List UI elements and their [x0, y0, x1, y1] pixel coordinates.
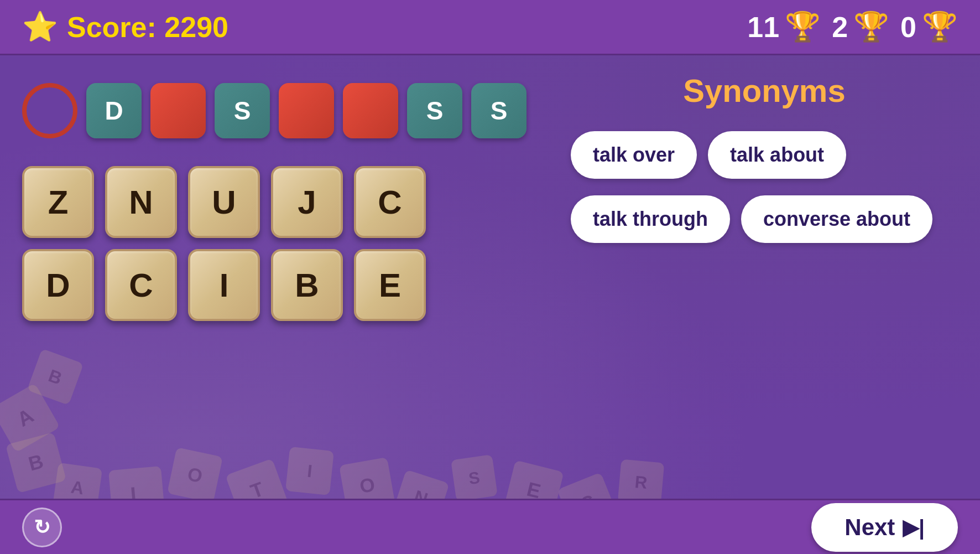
silver-trophy-count: 2 — [832, 11, 848, 44]
letter-tiles-area: Z N U J C D C I B E — [22, 166, 527, 321]
synonyms-title: Synonyms — [571, 72, 958, 109]
tile-d[interactable]: D — [22, 249, 94, 321]
slot-red-1 — [150, 83, 206, 138]
score-section: ⭐ Score: 2290 — [22, 10, 228, 44]
word-slots: D S S S — [22, 72, 527, 149]
tile-row-2: D C I B E — [22, 249, 527, 321]
right-panel: Synonyms talk over talk about talk throu… — [549, 55, 980, 554]
slot-s3: S — [471, 83, 527, 138]
refresh-button[interactable]: ↻ — [22, 508, 62, 547]
star-icon: ⭐ — [22, 10, 58, 44]
tile-e[interactable]: E — [354, 249, 426, 321]
game-area: D S S S Z N U J C D C I B E — [0, 55, 980, 554]
tile-u[interactable]: U — [188, 166, 260, 238]
slot-red-2 — [279, 83, 334, 138]
gold-trophy-icon: 🏆 — [785, 10, 821, 44]
slot-s2: S — [407, 83, 462, 138]
score-display: Score: 2290 — [67, 11, 228, 44]
gold-trophy-group: 11 🏆 — [747, 10, 821, 44]
next-icon: ▶| — [903, 515, 925, 540]
next-button[interactable]: Next ▶| — [811, 503, 958, 552]
tile-b[interactable]: B — [271, 249, 343, 321]
silver-trophy-icon: 🏆 — [853, 10, 889, 44]
slot-circle — [22, 83, 77, 138]
slot-d: D — [86, 83, 142, 138]
tile-n[interactable]: N — [105, 166, 177, 238]
slot-red-3 — [343, 83, 398, 138]
left-area: D S S S Z N U J C D C I B E — [0, 55, 549, 554]
bottom-bar: ↻ Next ▶| — [0, 499, 980, 554]
next-label: Next — [845, 514, 895, 541]
silver-trophy-group: 2 🏆 — [832, 10, 889, 44]
tile-j[interactable]: J — [271, 166, 343, 238]
tile-z[interactable]: Z — [22, 166, 94, 238]
trophies-section: 11 🏆 2 🏆 0 🏆 — [747, 10, 958, 44]
bronze-trophy-count: 0 — [900, 11, 916, 44]
bronze-trophy-group: 0 🏆 — [900, 10, 958, 44]
tile-i[interactable]: I — [188, 249, 260, 321]
gold-trophy-count: 11 — [747, 11, 779, 44]
synonym-talk-about[interactable]: talk about — [708, 131, 846, 179]
slot-s1: S — [215, 83, 270, 138]
tile-c[interactable]: C — [354, 166, 426, 238]
header: ⭐ Score: 2290 11 🏆 2 🏆 0 🏆 — [0, 0, 980, 55]
bronze-trophy-icon: 🏆 — [922, 10, 958, 44]
synonym-talk-over[interactable]: talk over — [571, 131, 697, 179]
tile-row-1: Z N U J C — [22, 166, 527, 238]
synonym-talk-through[interactable]: talk through — [571, 195, 730, 243]
synonym-converse-about[interactable]: converse about — [741, 195, 932, 243]
tile-c2[interactable]: C — [105, 249, 177, 321]
refresh-icon: ↻ — [34, 516, 50, 539]
synonym-row-2: talk through converse about — [571, 195, 958, 243]
synonym-row-1: talk over talk about — [571, 131, 958, 179]
